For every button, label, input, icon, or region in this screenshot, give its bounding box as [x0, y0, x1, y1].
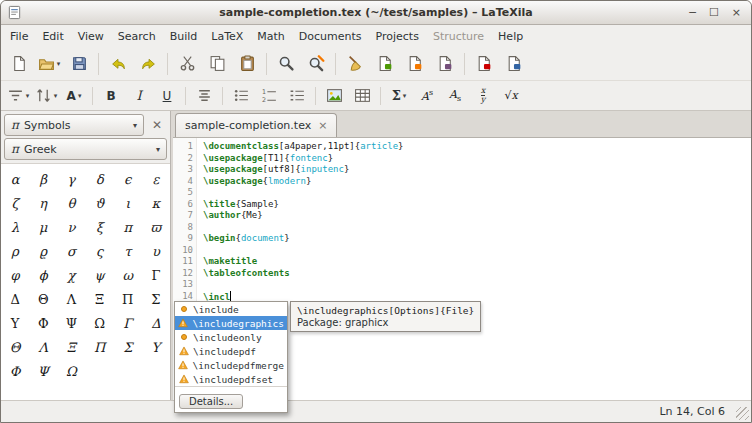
greek-symbol[interactable]: μ: [29, 215, 57, 239]
details-button[interactable]: Details...: [179, 394, 243, 409]
tab-sample-completion[interactable]: sample-completion.tex ×: [175, 113, 337, 137]
completion-item[interactable]: \includepdfmerge: [175, 358, 287, 372]
greek-symbol[interactable]: υ: [142, 239, 170, 263]
greek-symbol[interactable]: ν: [57, 215, 85, 239]
greek-symbol[interactable]: Π: [114, 287, 142, 311]
greek-symbol[interactable]: σ: [57, 239, 85, 263]
sqrt-button[interactable]: √x: [497, 85, 525, 107]
completion-item[interactable]: \includepdfset: [175, 372, 287, 386]
greek-symbol[interactable]: κ: [142, 191, 170, 215]
greek-symbol[interactable]: δ: [85, 167, 113, 191]
completion-item[interactable]: \include: [175, 302, 287, 316]
view-log-button[interactable]: [499, 51, 529, 77]
view-pdf-button[interactable]: [469, 51, 499, 77]
greek-symbol[interactable]: Υ: [142, 335, 170, 359]
save-button[interactable]: [64, 51, 94, 77]
cut-button[interactable]: [172, 51, 202, 77]
greek-symbol[interactable]: Ω: [85, 311, 113, 335]
greek-symbol[interactable]: Π: [85, 335, 113, 359]
greek-symbol[interactable]: Ψ: [57, 311, 85, 335]
greek-symbol[interactable]: Γ: [114, 311, 142, 335]
sections-dropdown[interactable]: ▾: [4, 85, 32, 107]
close-sidebar-button[interactable]: ✕: [147, 115, 167, 135]
greek-symbol[interactable]: π: [114, 215, 142, 239]
greek-symbol[interactable]: Φ: [1, 359, 29, 383]
greek-symbol[interactable]: Θ: [1, 335, 29, 359]
menu-build[interactable]: Build: [163, 26, 205, 47]
greek-symbol[interactable]: φ: [1, 263, 29, 287]
greek-symbol[interactable]: Σ: [142, 287, 170, 311]
greek-symbol[interactable]: Δ: [142, 311, 170, 335]
greek-symbol[interactable]: Λ: [57, 287, 85, 311]
center-button[interactable]: [190, 85, 218, 107]
compile-latex-button[interactable]: [370, 51, 400, 77]
greek-symbol[interactable]: ϕ: [29, 263, 57, 287]
tab-close-icon[interactable]: ×: [318, 120, 327, 131]
menu-view[interactable]: View: [71, 26, 111, 47]
clean-build-files-button[interactable]: [340, 51, 370, 77]
completion-item[interactable]: \includepdf: [175, 344, 287, 358]
greek-symbol[interactable]: ψ: [85, 263, 113, 287]
greek-symbol[interactable]: ϵ: [114, 167, 142, 191]
underline-button[interactable]: U: [153, 85, 181, 107]
enumerate-button[interactable]: 12: [255, 85, 283, 107]
greek-symbol[interactable]: ω: [114, 263, 142, 287]
greek-symbol[interactable]: τ: [114, 239, 142, 263]
menu-math[interactable]: Math: [250, 26, 292, 47]
search-button[interactable]: [271, 51, 301, 77]
paste-button[interactable]: [232, 51, 262, 77]
greek-symbol[interactable]: Γ: [142, 263, 170, 287]
math-dropdown[interactable]: Σ▾: [385, 85, 413, 107]
greek-symbol[interactable]: θ: [57, 191, 85, 215]
minimize-button[interactable]: ─: [689, 7, 696, 18]
greek-symbol[interactable]: ξ: [85, 215, 113, 239]
superscript-button[interactable]: As: [413, 85, 441, 107]
open-button[interactable]: ▾: [34, 51, 64, 77]
greek-symbol[interactable]: ϱ: [29, 239, 57, 263]
greek-symbol[interactable]: ς: [85, 239, 113, 263]
bold-button[interactable]: B: [97, 85, 125, 107]
character-size-dropdown[interactable]: A▾: [60, 85, 88, 107]
references-dropdown[interactable]: ▾: [32, 85, 60, 107]
close-button[interactable]: ×: [732, 7, 741, 18]
greek-symbol[interactable]: Φ: [29, 311, 57, 335]
compile-pdflatex-button[interactable]: [400, 51, 430, 77]
greek-symbol[interactable]: Ψ: [29, 359, 57, 383]
subscript-button[interactable]: As: [441, 85, 469, 107]
menu-file[interactable]: File: [3, 26, 35, 47]
greek-symbol[interactable]: χ: [57, 263, 85, 287]
convert-document-button[interactable]: [430, 51, 460, 77]
greek-symbol[interactable]: β: [29, 167, 57, 191]
description-button[interactable]: [283, 85, 311, 107]
side-panel-selector[interactable]: π Symbols ▾: [4, 114, 144, 136]
greek-symbol[interactable]: Ξ: [57, 335, 85, 359]
symbol-category-selector[interactable]: π Greek ▾: [4, 138, 167, 160]
greek-symbol[interactable]: Λ: [29, 335, 57, 359]
menu-documents[interactable]: Documents: [292, 26, 369, 47]
greek-symbol[interactable]: ϑ: [85, 191, 113, 215]
undo-button[interactable]: [103, 51, 133, 77]
greek-symbol[interactable]: Σ: [114, 335, 142, 359]
greek-symbol[interactable]: ι: [114, 191, 142, 215]
titlebar[interactable]: sample-completion.tex (~/test/samples) –…: [1, 1, 751, 25]
greek-symbol[interactable]: Ω: [57, 359, 85, 383]
greek-symbol[interactable]: λ: [1, 215, 29, 239]
completion-item[interactable]: \includegraphics: [175, 316, 287, 330]
fraction-button[interactable]: xy: [469, 85, 497, 107]
greek-symbol[interactable]: Υ: [1, 311, 29, 335]
insert-image-button[interactable]: [320, 85, 348, 107]
greek-symbol[interactable]: Δ: [1, 287, 29, 311]
greek-symbol[interactable]: γ: [57, 167, 85, 191]
insert-table-button[interactable]: [348, 85, 376, 107]
search-replace-button[interactable]: [301, 51, 331, 77]
menu-projects[interactable]: Projects: [369, 26, 426, 47]
maximize-button[interactable]: ☐: [709, 7, 719, 18]
menu-help[interactable]: Help: [491, 26, 530, 47]
resize-grip[interactable]: [736, 407, 749, 420]
copy-button[interactable]: [202, 51, 232, 77]
greek-symbol[interactable]: ϖ: [142, 215, 170, 239]
greek-symbol[interactable]: Θ: [29, 287, 57, 311]
new-document-button[interactable]: [4, 51, 34, 77]
italic-button[interactable]: I: [125, 85, 153, 107]
redo-button[interactable]: [133, 51, 163, 77]
